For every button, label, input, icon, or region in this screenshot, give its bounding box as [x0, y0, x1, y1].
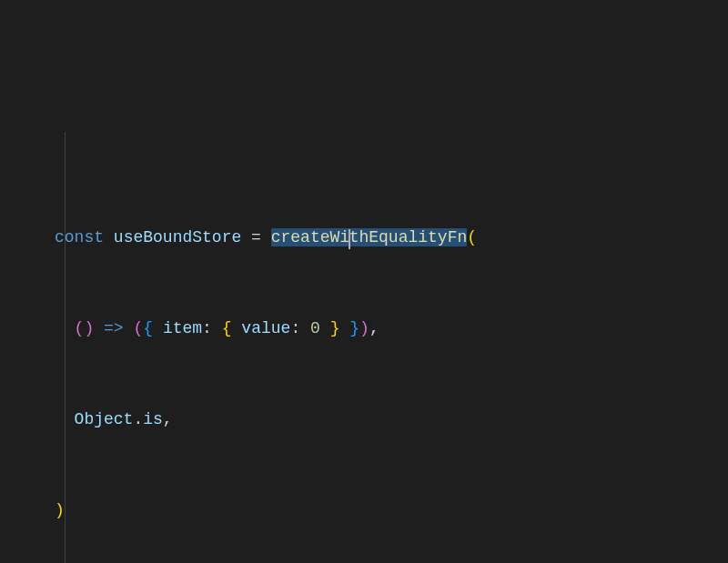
operator: =	[251, 228, 261, 246]
paren: (	[467, 228, 477, 246]
code-line[interactable]: const useBoundStore = createWithEquality…	[55, 223, 728, 253]
arrow: =>	[104, 319, 124, 337]
identifier: Object	[75, 410, 134, 428]
paren: )	[359, 319, 369, 337]
text-cursor	[349, 229, 350, 249]
code-editor[interactable]: const useBoundStore = createWithEquality…	[4, 132, 728, 563]
brace: }	[349, 319, 359, 337]
brace: {	[143, 319, 153, 337]
identifier: useBoundStore	[114, 228, 241, 246]
number: 0	[310, 319, 320, 337]
identifier: is	[143, 410, 163, 428]
paren: )	[55, 501, 65, 519]
paren: (	[133, 319, 143, 337]
brace: {	[222, 319, 232, 337]
prop: value	[241, 319, 290, 337]
prop: item	[163, 319, 202, 337]
code-line[interactable]: Object.is,	[55, 405, 728, 435]
selection: createWithEqualityFn	[271, 228, 468, 246]
paren: ()	[75, 319, 95, 337]
code-line[interactable]: () => ({ item: { value: 0 } }),	[55, 314, 728, 344]
brace: }	[330, 319, 340, 337]
keyword: const	[55, 228, 104, 246]
code-line[interactable]: )	[55, 496, 728, 526]
